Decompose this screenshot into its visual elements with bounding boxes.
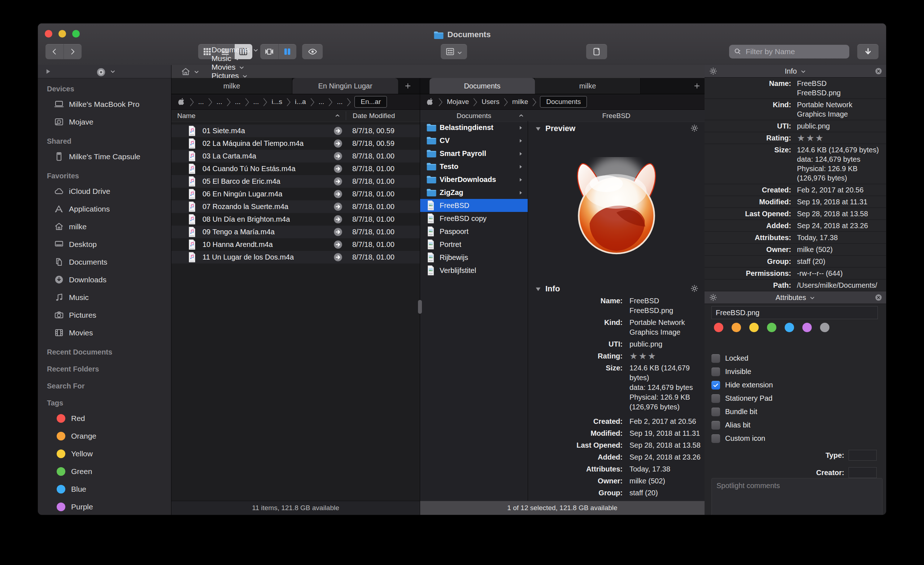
menu-movies[interactable]: Movies xyxy=(206,63,267,72)
menu-music[interactable]: Music xyxy=(206,54,267,63)
type-field[interactable] xyxy=(849,450,877,461)
chevron-down-icon[interactable] xyxy=(110,69,116,74)
breadcrumb-item[interactable]: ... xyxy=(197,98,205,106)
sidebar-item-yellow[interactable]: Yellow xyxy=(38,445,171,463)
folder-row-belastingdienst[interactable]: Belastingdienst xyxy=(420,121,528,134)
gear-icon[interactable] xyxy=(690,284,699,293)
file-row-rijbewijs[interactable]: PDFRijbewijs xyxy=(420,251,528,264)
breadcrumb-item[interactable]: Documents xyxy=(540,96,587,108)
name-column-header[interactable]: Name xyxy=(177,112,196,120)
checkbox-invisible[interactable]: Invisible xyxy=(711,365,773,378)
breadcrumb-item[interactable]: ... xyxy=(318,98,325,106)
breadcrumb-item[interactable]: i...a xyxy=(294,98,307,106)
quicklook-button[interactable] xyxy=(302,44,322,59)
tag-color-dot[interactable] xyxy=(820,323,830,332)
filename-field[interactable] xyxy=(711,306,878,319)
go-arrow-button[interactable] xyxy=(333,252,343,262)
close-icon[interactable] xyxy=(874,293,882,302)
checkbox-bundle-bit[interactable]: Bundle bit xyxy=(711,405,773,418)
file-row[interactable]: 07 Rozando la Suerte.m4a8/7/18, 01.00 xyxy=(171,200,420,213)
tag-color-dot[interactable] xyxy=(784,323,794,332)
file-row-verblijfstitel[interactable]: PDFVerblijfstitel xyxy=(420,264,528,277)
file-row-portret[interactable]: PNGPortret xyxy=(420,238,528,251)
go-arrow-button[interactable] xyxy=(333,227,343,237)
sidebar-item-milke-s-macbook-pro[interactable]: Milke's MacBook Pro xyxy=(38,95,171,113)
sidebar-item-downloads[interactable]: Downloads xyxy=(38,271,171,289)
breadcrumb-item[interactable]: i...s xyxy=(271,98,283,106)
sidebar-heading-favorites[interactable]: Favorites xyxy=(38,169,171,182)
checkbox-locked[interactable]: Locked xyxy=(711,352,773,365)
breadcrumb-item[interactable]: ... xyxy=(336,98,343,106)
dual-pane-button[interactable] xyxy=(278,44,297,59)
creator-field[interactable] xyxy=(849,467,877,478)
go-arrow-button[interactable] xyxy=(333,139,343,149)
tab-documents[interactable]: Documents xyxy=(429,78,535,94)
breadcrumb-item[interactable]: ... xyxy=(216,98,223,106)
disc-icon[interactable] xyxy=(96,67,106,78)
file-row[interactable]: 08 Un Día en Brighton.m4a8/7/18, 01.00 xyxy=(171,213,420,225)
sidebar-item-green[interactable]: Green xyxy=(38,463,171,480)
breadcrumb-item[interactable]: milke xyxy=(512,98,529,106)
apple-icon[interactable] xyxy=(177,98,186,106)
chevron-down-icon[interactable] xyxy=(810,295,815,301)
go-arrow-button[interactable] xyxy=(333,151,343,161)
breadcrumb-item[interactable]: Mojave xyxy=(446,98,470,106)
tag-color-dot[interactable] xyxy=(714,323,723,332)
tag-color-dot[interactable] xyxy=(767,323,776,332)
tag-color-dot[interactable] xyxy=(802,323,812,332)
go-arrow-button[interactable] xyxy=(333,240,343,249)
checkbox[interactable] xyxy=(711,381,720,389)
gear-icon[interactable] xyxy=(690,124,699,132)
filter-input[interactable] xyxy=(745,47,837,56)
tag-color-dot[interactable] xyxy=(749,323,759,332)
go-arrow-button[interactable] xyxy=(333,202,343,212)
folder-column-header[interactable]: Documents xyxy=(420,112,528,120)
new-tab-button[interactable] xyxy=(689,78,705,94)
preview-section-header[interactable]: Preview xyxy=(535,124,575,133)
file-row[interactable]: 02 La Máquina del Tiempo.m4a8/7/18, 00.5… xyxy=(171,137,420,150)
new-document-button[interactable] xyxy=(586,44,607,59)
folder-row-cv[interactable]: CV xyxy=(420,134,528,147)
forward-button[interactable] xyxy=(63,44,82,59)
checkbox[interactable] xyxy=(711,368,720,376)
gear-icon[interactable] xyxy=(709,67,717,75)
sidebar-item-icloud-drive[interactable]: iCloud Drive xyxy=(38,182,171,200)
sidebar-item-documents[interactable]: Documents xyxy=(38,253,171,271)
breadcrumb-item[interactable]: En...ar xyxy=(354,96,387,108)
spotlight-comments-field[interactable] xyxy=(711,478,882,515)
breadcrumb-item[interactable]: Users xyxy=(481,98,500,106)
sidebar-item-milke[interactable]: milke xyxy=(38,218,171,235)
checkbox[interactable] xyxy=(711,394,720,403)
back-button[interactable] xyxy=(45,44,63,59)
tab-milke[interactable]: milke xyxy=(535,78,640,94)
folder-row-zigzag[interactable]: ZigZag xyxy=(420,186,528,199)
filter-field[interactable] xyxy=(729,45,849,59)
checkbox-stationery-pad[interactable]: Stationery Pad xyxy=(711,392,773,405)
sidebar-heading-tags[interactable]: Tags xyxy=(38,397,171,409)
file-row[interactable]: 09 Tengo a María.m4a8/7/18, 01.00 xyxy=(171,225,420,238)
go-arrow-button[interactable] xyxy=(333,215,343,224)
tab-milke[interactable]: milke xyxy=(171,78,292,94)
sidebar-item-orange[interactable]: Orange xyxy=(38,427,171,445)
chevron-down-icon[interactable] xyxy=(801,69,806,74)
folder-row-viberdownloads[interactable]: ViberDownloads xyxy=(420,173,528,186)
file-row[interactable]: 03 La Carta.m4a8/7/18, 01.00 xyxy=(171,150,420,162)
sidebar-item-desktop[interactable]: Desktop xyxy=(38,235,171,253)
checkbox[interactable] xyxy=(711,434,720,443)
apple-icon[interactable] xyxy=(426,98,435,106)
checkbox-alias-bit[interactable]: Alias bit xyxy=(711,418,773,432)
play-icon[interactable] xyxy=(44,68,52,75)
file-row[interactable]: 01 Siete.m4a8/7/18, 00.59 xyxy=(171,125,420,137)
pane-splitter-handle[interactable] xyxy=(418,300,422,314)
home-menu[interactable] xyxy=(180,65,206,78)
column-divider[interactable] xyxy=(346,111,346,120)
breadcrumb-item[interactable]: ... xyxy=(253,98,260,106)
file-row-freebsd[interactable]: PNGFreeBSD xyxy=(420,199,528,212)
tag-color-dot[interactable] xyxy=(732,323,741,332)
close-icon[interactable] xyxy=(874,67,882,75)
checkbox-hide-extension[interactable]: Hide extension xyxy=(711,378,773,392)
go-arrow-button[interactable] xyxy=(333,189,343,199)
checkbox[interactable] xyxy=(711,354,720,363)
date-column-header[interactable]: Date Modified xyxy=(352,112,395,120)
sidebar-item-red[interactable]: Red xyxy=(38,409,171,427)
